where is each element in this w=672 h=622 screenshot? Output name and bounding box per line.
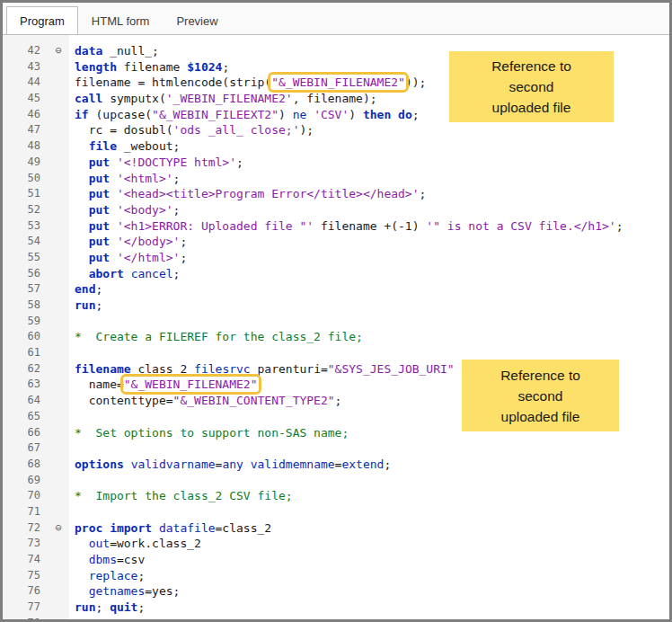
code-text: getnames=yes;: [69, 583, 180, 600]
code-token: parenturi=: [251, 362, 328, 376]
code-token: abort: [89, 267, 124, 280]
tab-html-form[interactable]: HTML form: [78, 6, 164, 35]
code-line-77[interactable]: 77run; quit;: [3, 600, 669, 616]
code-lines: 42⊖data _null_;43length filename $1024;4…: [3, 43, 669, 619]
code-line-53[interactable]: 53 put '<h1>ERROR: Uploaded file "' file…: [3, 218, 669, 235]
fold-gutter: [48, 59, 69, 76]
code-line-60[interactable]: 60* Create a FILEREF for the class_2 fil…: [3, 329, 669, 345]
code-token: ;: [137, 569, 145, 582]
code-line-51[interactable]: 51 put '<head><title>Program Error</titl…: [3, 186, 669, 202]
code-token: [75, 219, 89, 233]
code-line-58[interactable]: 58run;: [3, 298, 669, 314]
code-text: name="&_WEBIN_FILENAME2": [69, 377, 258, 393]
annotation-callout: Reference to second uploaded file: [449, 51, 614, 122]
code-token: ;: [137, 600, 145, 614]
code-text: abort cancel;: [69, 266, 180, 282]
fold-gutter: [48, 361, 69, 378]
fold-gutter: [48, 552, 69, 568]
code-token: [124, 267, 131, 280]
line-number: 60: [3, 329, 48, 345]
line-number: 57: [3, 281, 48, 298]
code-text: put '</html>';: [69, 250, 187, 266]
code-token: name=: [75, 378, 124, 391]
code-text: * Create a FILEREF for the class_2 file;: [69, 329, 363, 345]
fold-gutter: [48, 107, 69, 123]
fold-gutter: [48, 536, 69, 552]
tab-bar: ProgramHTML formPreview: [3, 3, 669, 35]
code-line-69[interactable]: 69: [3, 473, 669, 489]
line-number: 63: [3, 377, 48, 393]
fold-toggle-icon[interactable]: ⊖: [48, 520, 69, 537]
line-number: 77: [3, 600, 48, 616]
fold-gutter: [48, 298, 69, 314]
code-text: put '<body>';: [69, 202, 180, 218]
code-text: options validvarname=any validmemname=ex…: [69, 457, 391, 473]
code-line-52[interactable]: 52 put '<body>';: [3, 202, 669, 218]
fold-gutter: [48, 616, 69, 619]
code-line-49[interactable]: 49 put '<!DOCTYPE html>';: [3, 155, 669, 171]
code-token: ;: [236, 156, 243, 169]
code-token: class_2: [131, 362, 194, 376]
line-number: 42: [3, 43, 48, 59]
code-text: [69, 440, 75, 457]
code-token: any: [222, 458, 243, 471]
code-token: [75, 553, 89, 566]
code-line-48[interactable]: 48 file _webout;: [3, 138, 669, 155]
code-token: ;: [420, 187, 427, 200]
code-text: put '<!DOCTYPE html>';: [69, 155, 243, 171]
code-token: filesrvc: [194, 362, 251, 376]
code-token: filename = htmlencode(strip(: [75, 76, 271, 89]
code-text: [69, 616, 75, 619]
code-text: length filename $1024;: [69, 59, 229, 76]
line-number: 67: [3, 440, 48, 457]
code-token: datafile: [159, 521, 216, 535]
code-line-72[interactable]: 72⊖proc import datafile=class_2: [3, 520, 669, 537]
code-line-47[interactable]: 47 rc = dosubl('ods _all_ close;');: [3, 122, 669, 138]
code-editor[interactable]: 42⊖data _null_;43length filename $1024;4…: [3, 35, 669, 619]
code-line-68[interactable]: 68options validvarname=any validmemname=…: [3, 457, 669, 473]
code-line-50[interactable]: 50 put '<html>';: [3, 171, 669, 187]
fold-toggle-icon[interactable]: ⊖: [48, 43, 69, 59]
tab-preview[interactable]: Preview: [163, 6, 231, 35]
line-number: 62: [3, 361, 48, 378]
code-token: (upcase(: [89, 108, 152, 121]
code-line-54[interactable]: 54 put '</body>';: [3, 234, 669, 250]
code-token: out: [89, 537, 110, 550]
line-number: 61: [3, 345, 48, 361]
code-text: [69, 504, 75, 520]
code-line-73[interactable]: 73 out=work.class_2: [3, 536, 669, 552]
line-number: 74: [3, 552, 48, 568]
code-text: * Set options to support non-SAS name;: [69, 425, 349, 441]
code-text: contenttype="&_WEBIN_CONTENT_TYPE2";: [69, 393, 341, 409]
code-token: replace: [89, 569, 138, 582]
code-token: ne: [293, 108, 307, 121]
fold-gutter: [48, 202, 69, 218]
code-line-56[interactable]: 56 abort cancel;: [3, 266, 669, 282]
code-line-71[interactable]: 71: [3, 504, 669, 520]
code-line-74[interactable]: 74 dbms=csv: [3, 552, 669, 568]
tab-program[interactable]: Program: [6, 6, 78, 35]
code-line-59[interactable]: 59: [3, 314, 669, 330]
code-token: cancel: [131, 267, 173, 280]
code-line-78[interactable]: 78: [3, 616, 669, 619]
line-number: 72: [3, 520, 48, 537]
code-token: _null_;: [102, 44, 159, 58]
code-line-70[interactable]: 70* Import the class_2 CSV file;: [3, 488, 669, 504]
code-text: end;: [69, 281, 102, 298]
code-line-55[interactable]: 55 put '</html>';: [3, 250, 669, 266]
code-line-75[interactable]: 75 replace;: [3, 568, 669, 584]
code-token: _webout;: [117, 139, 180, 153]
code-token: , filename);: [293, 92, 377, 105]
code-token: data: [75, 44, 102, 58]
code-token: [110, 219, 117, 233]
fold-gutter: [48, 377, 69, 393]
code-token: then do: [363, 108, 412, 121]
code-token: validmemname: [251, 458, 335, 471]
code-token: 'ods _all_ close;': [173, 123, 300, 137]
code-line-57[interactable]: 57end;: [3, 281, 669, 298]
code-token: ;: [222, 60, 229, 74]
code-line-76[interactable]: 76 getnames=yes;: [3, 583, 669, 600]
code-token: ;: [173, 203, 181, 217]
code-line-67[interactable]: 67: [3, 440, 669, 457]
code-token: "&_WEBIN_FILEEXT2": [152, 108, 279, 121]
